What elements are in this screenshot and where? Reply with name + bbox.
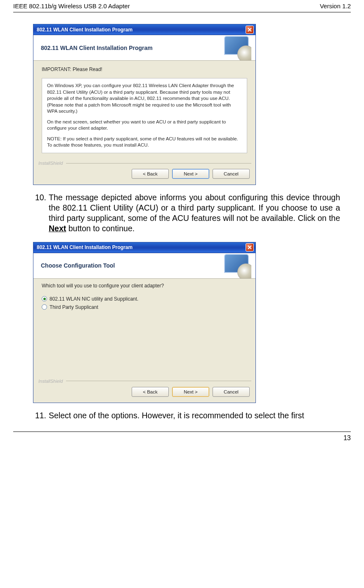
back-button[interactable]: < Back <box>132 387 169 397</box>
page-footer: 13 <box>13 432 351 447</box>
radio-label-2: Third Party Supplicant <box>50 304 98 310</box>
next-bold: Next <box>49 224 66 233</box>
header-right: Version 1.2 <box>320 2 351 9</box>
choose-question: Which tool will you use to configure you… <box>42 283 247 289</box>
close-icon[interactable] <box>246 243 254 251</box>
installer-art-icon <box>212 35 251 60</box>
cancel-button[interactable]: Cancel <box>213 387 250 397</box>
header-left: IEEE 802.11b/g Wireless USB 2.0 Adapter <box>13 2 130 9</box>
cancel-button[interactable]: Cancel <box>213 169 250 179</box>
dialog-banner: Choose Configuration Tool <box>33 253 255 279</box>
radio-option-acu[interactable]: 802.11 WLAN NIC utility and Supplicant. <box>42 296 247 302</box>
important-subtitle: IMPORTANT: Please Read! <box>42 66 247 72</box>
info-text-frame: On Windows XP, you can configure your 80… <box>42 78 247 153</box>
page-header: IEEE 802.11b/g Wireless USB 2.0 Adapter … <box>13 0 351 12</box>
step-11-body: Select one of the options. However, it i… <box>49 410 340 421</box>
info-paragraph-3: NOTE: If you select a third party suppli… <box>47 136 242 149</box>
back-button[interactable]: < Back <box>132 169 169 179</box>
info-paragraph-1: On Windows XP, you can configure your 80… <box>47 83 242 115</box>
step-10: 10. The message depicted above informs y… <box>33 192 343 234</box>
titlebar: 802.11 WLAN Client Installation Program <box>33 24 255 35</box>
banner-title: 802.11 WLAN Client Installation Program <box>41 45 153 51</box>
next-button[interactable]: Next > <box>172 169 209 179</box>
step-11: 11. Select one of the options. However, … <box>33 410 343 421</box>
button-row: < Back Next > Cancel <box>33 169 255 185</box>
titlebar-text: 802.11 WLAN Client Installation Program <box>37 27 132 33</box>
dialog-banner: 802.11 WLAN Client Installation Program <box>33 35 255 61</box>
step-10-number: 10. <box>33 192 46 234</box>
button-row: < Back Next > Cancel <box>33 387 255 403</box>
close-icon[interactable] <box>246 26 254 34</box>
page-number: 13 <box>343 434 351 441</box>
dialog-important-read: 802.11 WLAN Client Installation Program … <box>33 24 256 185</box>
radio-selected-icon <box>42 296 47 301</box>
radio-option-thirdparty[interactable]: Third Party Supplicant <box>42 304 247 310</box>
radio-label-1: 802.11 WLAN NIC utility and Supplicant. <box>50 296 138 302</box>
installshield-label: InstallShield <box>33 160 255 169</box>
info-paragraph-2: On the next screen, select whether you w… <box>47 119 242 132</box>
radio-unselected-icon <box>42 304 47 310</box>
titlebar-text: 802.11 WLAN Client Installation Program <box>37 244 132 250</box>
step-10-body: The message depicted above informs you a… <box>49 192 340 234</box>
next-button[interactable]: Next > <box>172 387 209 397</box>
installer-art-icon <box>212 253 251 278</box>
dialog-choose-tool: 802.11 WLAN Client Installation Program … <box>33 242 256 403</box>
installshield-label: InstallShield <box>33 378 255 387</box>
step-11-number: 11. <box>33 410 46 421</box>
banner-title: Choose Configuration Tool <box>41 262 115 269</box>
titlebar: 802.11 WLAN Client Installation Program <box>33 242 255 253</box>
